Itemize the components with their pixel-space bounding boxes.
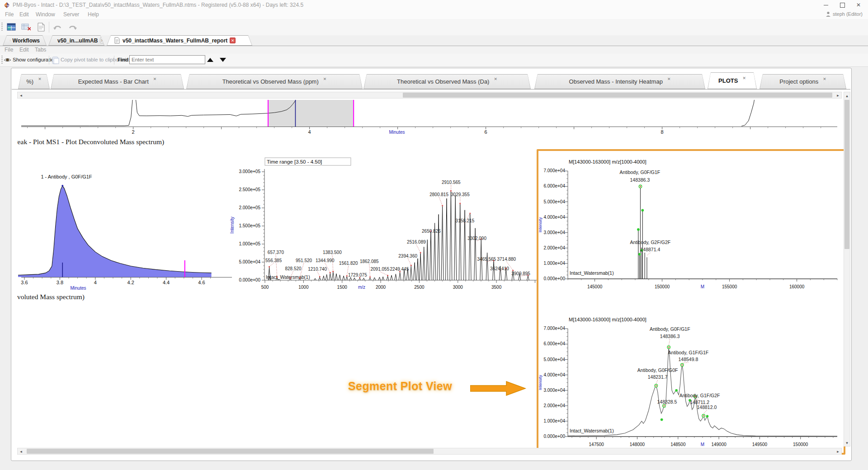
scrollbar-thumb[interactable] <box>27 449 434 454</box>
maximize-button[interactable] <box>835 0 850 10</box>
report-menu-file[interactable]: File <box>5 47 13 53</box>
peak-mass-label: 951.520 <box>296 258 312 263</box>
plot-title: Time range [3.50 - 4.50] <box>267 159 322 164</box>
y-tick-label: 3.000e+05 <box>239 169 260 174</box>
tic-trace <box>21 100 298 126</box>
close-tab-icon[interactable]: ✕ <box>823 77 826 81</box>
scroll-left-icon[interactable]: ◂ <box>18 92 24 98</box>
report-menu-edit[interactable]: Edit <box>19 47 29 53</box>
report-tab-label: Observed Mass - Intensity Heatmap <box>569 78 663 85</box>
user-badge[interactable]: steph (Editor) <box>826 11 863 17</box>
x-tick-label: 3.8 <box>57 280 63 285</box>
x-tick-label: 4 <box>308 129 311 135</box>
peak-labels: Antibody, G0F/G1F148386.3Antibody, G1F/G… <box>637 326 720 414</box>
report-menu-bar: FileEditTabs <box>0 46 868 54</box>
y-axis-title: Intensity <box>539 217 542 232</box>
menu-window[interactable]: Window <box>36 11 55 18</box>
copy-pivot-button[interactable]: Copy pivot table to clipboard <box>61 57 126 62</box>
scrollbar-thumb[interactable] <box>403 93 832 98</box>
x-tick-label: 150000 <box>655 284 670 289</box>
show-configuration-button[interactable]: Show configuration <box>13 57 57 62</box>
scroll-down-icon[interactable]: ▾ <box>844 439 850 446</box>
person-icon <box>826 11 831 17</box>
y-tick-label: 2.000e+05 <box>239 205 260 210</box>
delete-table-icon[interactable]: ✕ <box>21 22 31 32</box>
doc-tab-document-1[interactable]: v50_in...ullmAB✕ <box>48 35 104 46</box>
report-menu-tabs[interactable]: Tabs <box>35 47 46 53</box>
segment-mass-plot-full[interactable]: 0.000e+001.000e+042.000e+043.000e+044.00… <box>539 154 843 297</box>
top-horizontal-scrollbar[interactable]: ◂ ▸ <box>17 92 842 99</box>
peak-annotation-label: Antibody, G0F/G0F <box>637 367 678 373</box>
report-tab--[interactable]: %)✕ <box>18 74 50 89</box>
peak-mass-label: 2910.565 <box>442 180 461 185</box>
peak-annotation-label: 148871.4 <box>640 247 660 252</box>
peak-mass-label: 657.370 <box>268 250 284 255</box>
menu-server[interactable]: Server <box>63 11 79 18</box>
report-tab-observed-mass-intensity-heatmap[interactable]: Observed Mass - Intensity Heatmap✕ <box>534 74 705 89</box>
segment-mass-plot-zoom[interactable]: 0.000e+001.000e+042.000e+043.000e+044.00… <box>539 312 843 456</box>
x-tick-label: 3.6 <box>21 280 28 285</box>
peak-mass-label: 556.385 <box>265 258 282 263</box>
y-tick-label: 6.000e+04 <box>543 341 565 346</box>
trace-label: Intact_Watersmab(1) <box>266 274 310 280</box>
report-doc-icon[interactable] <box>36 22 46 32</box>
y-tick-label: 5.000e+04 <box>543 199 565 204</box>
toolbar-grip <box>1 56 3 65</box>
find-next-button[interactable] <box>220 58 226 62</box>
time-selection-region[interactable] <box>268 100 354 127</box>
report-tab-expected-mass-bar-chart[interactable]: Expected Mass - Bar Chart✕ <box>51 74 184 89</box>
x-tick-label: 149000 <box>711 442 726 447</box>
trace-label: Intact_Watersmab(1) <box>570 428 614 433</box>
x-tick-label: 147500 <box>589 442 604 447</box>
doc-tab-workflows[interactable]: Workflows <box>3 35 47 46</box>
close-button[interactable]: ✕ <box>851 0 866 10</box>
vertical-scrollbar[interactable]: ▴ ▾ <box>844 92 850 446</box>
deconvoluted-xic-plot[interactable]: 3.63.844.24.44.6Minutes1 - Antibody , G0… <box>18 173 235 291</box>
x-tick-label: 145000 <box>587 284 603 289</box>
peak-dot-marker <box>637 228 640 231</box>
xic-peak-area <box>18 186 212 277</box>
report-icon <box>113 37 120 44</box>
report-tab-theoretical-vs-observed-mass-ppm-[interactable]: Theoretical vs Observed Mass (ppm)✕ <box>186 74 363 89</box>
menu-edit[interactable]: Edit <box>19 11 29 18</box>
report-tab-project-options[interactable]: Project options✕ <box>760 74 846 89</box>
peak-mass-label: 3624.410 <box>490 266 509 271</box>
close-tab-icon[interactable]: ✕ <box>742 76 746 80</box>
peak-annotation-label: 1 - Antibody , G0F/G1F <box>41 174 92 179</box>
menu-file[interactable]: File <box>5 11 14 18</box>
peak-annotation-label: Antibody, G1F/G2F <box>679 393 720 398</box>
apex-marker <box>61 185 63 187</box>
scroll-left-icon[interactable]: ◂ <box>18 448 24 454</box>
x-tick-label: 1000 <box>298 285 309 290</box>
close-tab-icon[interactable]: ✕ <box>667 77 671 81</box>
close-tab-icon[interactable]: ✕ <box>494 77 497 81</box>
report-tab-label: Project options <box>779 78 818 85</box>
close-tab-icon[interactable]: ✕ <box>230 38 236 43</box>
peak-mass-label: 3029.355 <box>451 192 470 197</box>
scroll-up-icon[interactable]: ▴ <box>844 92 850 99</box>
doc-tab-document-2[interactable]: v50_intactMass_Waters_FullmAB_report✕ <box>107 35 252 46</box>
scroll-right-icon[interactable]: ▸ <box>835 448 841 454</box>
y-tick-label: 3.000e+04 <box>543 388 565 393</box>
workflows-logo-icon <box>9 37 10 44</box>
find-previous-button[interactable] <box>207 58 213 62</box>
scrollbar-thumb[interactable] <box>844 100 849 249</box>
minimize-button[interactable] <box>818 0 834 10</box>
peak-annotation-label: Antibody, G2F/G2F <box>630 240 671 245</box>
peak-mass-label: 1862.085 <box>360 259 379 264</box>
chromatogram-plot[interactable]: 2468Minutes <box>18 100 839 135</box>
find-input[interactable] <box>129 55 205 64</box>
bottom-horizontal-scrollbar[interactable]: ◂ ▸ <box>17 448 842 455</box>
redo-icon[interactable] <box>68 22 78 32</box>
close-tab-icon[interactable]: ✕ <box>323 77 327 81</box>
report-tab-theoretical-vs-observed-mass-da-[interactable]: Theoretical vs Observed Mass (Da)✕ <box>363 74 531 89</box>
menu-help[interactable]: Help <box>88 11 99 18</box>
close-tab-icon[interactable]: ✕ <box>153 77 157 81</box>
close-tab-icon[interactable]: ✕ <box>38 77 42 81</box>
ms1-spectrum-plot[interactable]: 0.000e+005.000e+041.000e+051.500e+052.00… <box>226 154 542 298</box>
plot-title: M[143000-163000] m/z[1000-4000] <box>569 317 646 322</box>
scroll-right-icon[interactable]: ▸ <box>835 92 841 98</box>
report-tab-plots[interactable]: PLOTS✕ <box>708 72 757 89</box>
new-project-icon[interactable] <box>6 22 16 32</box>
undo-icon[interactable] <box>52 22 62 32</box>
